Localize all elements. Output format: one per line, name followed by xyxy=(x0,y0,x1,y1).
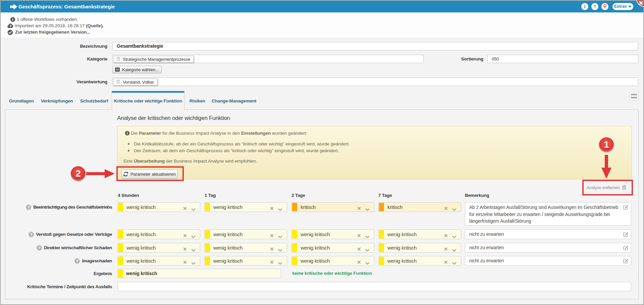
section-heading: Analyse der kritischen oder wichtigen Fu… xyxy=(117,115,230,122)
trash-icon[interactable] xyxy=(116,57,120,62)
chevron-down-icon[interactable] xyxy=(191,247,196,253)
select-r3-7tage[interactable]: wenig kritisch xyxy=(378,243,461,253)
select-r2-7tage[interactable]: wenig kritisch xyxy=(378,229,461,239)
question-icon[interactable]: ? xyxy=(26,205,31,210)
kategorie-chip[interactable]: Strategische Managementprozesse xyxy=(113,56,194,63)
kategorie-chip-label: Strategische Managementprozesse xyxy=(123,57,190,62)
remark-r1[interactable]: Ab 2 Arbeitstagen Ausfall/Störung sind A… xyxy=(465,202,631,226)
chevron-down-icon[interactable] xyxy=(365,233,370,239)
select-r3-2tage[interactable]: wenig kritisch xyxy=(291,243,374,253)
select-r4-1tag[interactable]: wenig kritisch xyxy=(204,256,287,266)
workflow-status-text[interactable]: 1 offene Workflows vorhanden. xyxy=(17,16,78,23)
ergebnis-value: wenig kritisch xyxy=(126,269,157,278)
select-r3-1tag[interactable]: wenig kritisch xyxy=(204,243,287,253)
chevron-down-icon[interactable] xyxy=(191,206,196,212)
select-r4-7tage[interactable]: wenig kritisch xyxy=(378,256,461,266)
clear-icon[interactable] xyxy=(183,259,187,265)
chevron-down-icon[interactable] xyxy=(278,206,282,212)
kategorie-waehlen-label: Kategorie wählen... xyxy=(122,67,159,72)
level-chip xyxy=(205,244,210,252)
row-label-geschaeftsbetrieb: ?Beeinträchtigung des Geschäftsbetriebs xyxy=(5,202,112,212)
chevron-down-icon[interactable] xyxy=(452,247,457,253)
question-icon[interactable]: ? xyxy=(74,258,80,264)
question-icon[interactable]: ? xyxy=(29,232,34,237)
clear-icon[interactable] xyxy=(183,206,187,212)
clear-icon[interactable] xyxy=(444,259,448,265)
select-r1-4stunden[interactable]: wenig kritisch xyxy=(117,202,200,212)
termine-input[interactable] xyxy=(117,282,631,291)
clear-icon[interactable] xyxy=(270,206,274,212)
chevron-down-icon[interactable] xyxy=(365,206,370,212)
clear-icon[interactable] xyxy=(270,246,274,252)
close-icon[interactable] xyxy=(639,0,643,4)
select-r3-4stunden[interactable]: wenig kritisch xyxy=(117,243,200,253)
chevron-down-icon[interactable] xyxy=(365,260,370,266)
sortierung-input[interactable]: 050 xyxy=(487,55,638,63)
remark-r3[interactable]: nicht zu erwarten xyxy=(465,243,631,253)
clear-icon[interactable] xyxy=(270,259,274,265)
chevron-down-icon[interactable] xyxy=(452,233,457,239)
question-icon[interactable]: ? xyxy=(37,245,42,251)
clear-icon[interactable] xyxy=(444,246,448,252)
annotation-rect-parameter xyxy=(116,166,184,181)
chevron-down-icon[interactable] xyxy=(278,260,282,266)
clear-icon[interactable] xyxy=(357,246,361,252)
annotation-arrow-right xyxy=(86,169,115,180)
select-r2-2tage[interactable]: wenig kritisch xyxy=(291,229,374,239)
level-chip xyxy=(118,203,123,211)
level-chip xyxy=(292,244,297,252)
chevron-down-icon[interactable] xyxy=(191,233,196,239)
chevron-down-icon[interactable] xyxy=(365,247,370,253)
info-button[interactable]: i xyxy=(581,3,588,10)
chevron-down-icon[interactable] xyxy=(452,260,457,266)
view-toggle-button[interactable] xyxy=(629,92,639,100)
clear-icon[interactable] xyxy=(357,233,361,239)
select-r2-1tag[interactable]: wenig kritisch xyxy=(204,229,287,239)
edit-icon[interactable] xyxy=(623,258,628,264)
extras-button[interactable]: Extras xyxy=(612,3,633,10)
bezeichnung-input[interactable]: Gesamtbankstrategie xyxy=(112,42,638,50)
chevron-down-icon[interactable] xyxy=(278,233,282,239)
annotation-arrow-down xyxy=(601,155,612,180)
tab-schutzbedarf[interactable]: Schutzbedarf xyxy=(80,91,108,111)
ergebnis-value-box: wenig kritisch xyxy=(117,269,281,278)
select-r4-2tage[interactable]: wenig kritisch xyxy=(291,256,374,266)
edit-icon[interactable] xyxy=(623,205,628,211)
import-source-link[interactable]: (Quelle) xyxy=(86,23,102,28)
verantwortung-field[interactable]: Vorstand, Volker xyxy=(112,78,638,86)
alert-intro: Die Parameter für die Business Impact An… xyxy=(131,131,307,136)
edit-icon[interactable] xyxy=(623,245,628,251)
help-button[interactable]: ? xyxy=(591,3,598,10)
verantwortung-chip[interactable]: Vorstand, Volker xyxy=(113,79,158,86)
trash-icon[interactable] xyxy=(116,80,120,85)
select-r1-2tage[interactable]: kritisch xyxy=(291,202,374,212)
verantwortung-label: Verantwortung xyxy=(0,78,107,86)
chevron-down-icon[interactable] xyxy=(191,260,196,266)
select-r4-4stunden[interactable]: wenig kritisch xyxy=(117,256,200,266)
remark-r2[interactable]: nicht zu erwarten xyxy=(465,229,631,239)
clear-icon[interactable] xyxy=(183,233,187,239)
chevron-down-icon[interactable] xyxy=(278,247,282,253)
clear-icon[interactable] xyxy=(357,206,361,212)
tab-risiken[interactable]: Risiken xyxy=(190,91,205,111)
hint-button[interactable] xyxy=(601,3,608,10)
select-r1-7tage[interactable]: kritisch xyxy=(378,202,461,212)
kategorie-label: Kategorie xyxy=(0,55,107,63)
version-link[interactable]: Zur letzten freigegebenen Version... xyxy=(15,29,90,35)
kategorie-waehlen-button[interactable]: Kategorie wählen... xyxy=(112,66,162,73)
chevron-down-icon[interactable] xyxy=(452,206,457,212)
remark-r4[interactable]: nicht zu erwarten xyxy=(465,256,631,266)
clear-icon[interactable] xyxy=(183,246,187,252)
edit-icon[interactable] xyxy=(623,232,628,238)
select-r1-1tag[interactable]: wenig kritisch xyxy=(204,202,287,212)
tab-grundlagen[interactable]: Grundlagen xyxy=(9,91,34,111)
info-icon: i xyxy=(584,4,586,9)
clear-icon[interactable] xyxy=(357,259,361,265)
select-r2-4stunden[interactable]: wenig kritisch xyxy=(117,229,200,239)
clear-icon[interactable] xyxy=(444,233,448,239)
tab-verknuepfungen[interactable]: Verknüpfungen xyxy=(41,91,73,111)
clear-icon[interactable] xyxy=(444,206,448,212)
tab-change-management[interactable]: Change-Management xyxy=(212,91,256,111)
clear-icon[interactable] xyxy=(270,233,274,239)
tab-kritische-funktion[interactable]: Kritische oder wichtige Funktion xyxy=(112,91,184,110)
